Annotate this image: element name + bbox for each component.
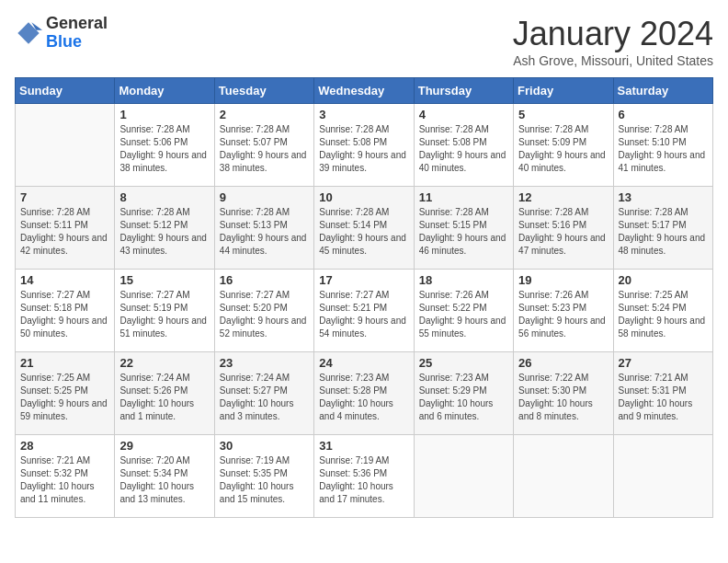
calendar-cell: 10Sunrise: 7:28 AMSunset: 5:14 PMDayligh… bbox=[314, 187, 414, 270]
weekday-header-tuesday: Tuesday bbox=[214, 78, 313, 104]
day-number: 21 bbox=[20, 356, 109, 370]
day-info: Sunrise: 7:28 AMSunset: 5:06 PMDaylight:… bbox=[119, 123, 209, 175]
calendar-cell: 30Sunrise: 7:19 AMSunset: 5:35 PMDayligh… bbox=[214, 435, 313, 518]
day-info: Sunrise: 7:21 AMSunset: 5:31 PMDaylight:… bbox=[619, 372, 708, 423]
logo: General Blue bbox=[15, 15, 108, 52]
day-number: 7 bbox=[20, 190, 109, 204]
logo-text: General Blue bbox=[46, 15, 108, 52]
weekday-header-sunday: Sunday bbox=[16, 78, 115, 104]
page-header: General Blue January 2024 Ash Grove, Mis… bbox=[15, 15, 713, 68]
calendar-cell: 2Sunrise: 7:28 AMSunset: 5:07 PMDaylight… bbox=[214, 104, 313, 187]
week-row-5: 28Sunrise: 7:21 AMSunset: 5:32 PMDayligh… bbox=[16, 435, 713, 518]
day-number: 18 bbox=[419, 273, 508, 287]
day-info: Sunrise: 7:23 AMSunset: 5:29 PMDaylight:… bbox=[419, 372, 508, 423]
day-number: 14 bbox=[20, 273, 109, 287]
day-info: Sunrise: 7:28 AMSunset: 5:08 PMDaylight:… bbox=[419, 123, 508, 175]
day-info: Sunrise: 7:25 AMSunset: 5:24 PMDaylight:… bbox=[619, 289, 708, 340]
logo-icon bbox=[15, 19, 42, 47]
calendar-cell: 5Sunrise: 7:28 AMSunset: 5:09 PMDaylight… bbox=[514, 104, 613, 187]
week-row-1: 1Sunrise: 7:28 AMSunset: 5:06 PMDaylight… bbox=[16, 104, 713, 187]
day-info: Sunrise: 7:27 AMSunset: 5:20 PMDaylight:… bbox=[220, 289, 309, 340]
calendar-cell: 18Sunrise: 7:26 AMSunset: 5:22 PMDayligh… bbox=[414, 270, 513, 352]
day-info: Sunrise: 7:26 AMSunset: 5:23 PMDaylight:… bbox=[518, 289, 608, 340]
day-number: 19 bbox=[518, 273, 608, 287]
day-number: 6 bbox=[619, 108, 708, 121]
day-number: 17 bbox=[319, 273, 408, 287]
day-info: Sunrise: 7:28 AMSunset: 5:15 PMDaylight:… bbox=[419, 206, 508, 258]
calendar-cell: 8Sunrise: 7:28 AMSunset: 5:12 PMDaylight… bbox=[115, 187, 214, 270]
day-number: 13 bbox=[619, 190, 708, 204]
calendar-cell: 23Sunrise: 7:24 AMSunset: 5:27 PMDayligh… bbox=[214, 352, 313, 435]
calendar-cell: 3Sunrise: 7:28 AMSunset: 5:08 PMDaylight… bbox=[314, 104, 414, 187]
day-info: Sunrise: 7:25 AMSunset: 5:25 PMDaylight:… bbox=[20, 372, 109, 423]
calendar-cell: 14Sunrise: 7:27 AMSunset: 5:18 PMDayligh… bbox=[16, 270, 115, 352]
day-info: Sunrise: 7:27 AMSunset: 5:21 PMDaylight:… bbox=[319, 289, 408, 340]
calendar-cell: 29Sunrise: 7:20 AMSunset: 5:34 PMDayligh… bbox=[115, 435, 214, 518]
calendar-cell: 22Sunrise: 7:24 AMSunset: 5:26 PMDayligh… bbox=[115, 352, 214, 435]
day-info: Sunrise: 7:22 AMSunset: 5:30 PMDaylight:… bbox=[518, 372, 608, 423]
day-info: Sunrise: 7:28 AMSunset: 5:14 PMDaylight:… bbox=[319, 206, 408, 258]
week-row-3: 14Sunrise: 7:27 AMSunset: 5:18 PMDayligh… bbox=[16, 270, 713, 352]
calendar-cell: 1Sunrise: 7:28 AMSunset: 5:06 PMDaylight… bbox=[115, 104, 214, 187]
day-info: Sunrise: 7:28 AMSunset: 5:10 PMDaylight:… bbox=[619, 123, 708, 175]
calendar-cell: 25Sunrise: 7:23 AMSunset: 5:29 PMDayligh… bbox=[414, 352, 513, 435]
day-info: Sunrise: 7:28 AMSunset: 5:16 PMDaylight:… bbox=[518, 206, 608, 258]
day-info: Sunrise: 7:28 AMSunset: 5:17 PMDaylight:… bbox=[619, 206, 708, 258]
calendar-cell: 24Sunrise: 7:23 AMSunset: 5:28 PMDayligh… bbox=[314, 352, 414, 435]
day-number: 29 bbox=[119, 439, 209, 453]
day-info: Sunrise: 7:28 AMSunset: 5:11 PMDaylight:… bbox=[20, 206, 109, 258]
calendar-cell: 21Sunrise: 7:25 AMSunset: 5:25 PMDayligh… bbox=[16, 352, 115, 435]
calendar-cell: 27Sunrise: 7:21 AMSunset: 5:31 PMDayligh… bbox=[613, 352, 712, 435]
day-info: Sunrise: 7:19 AMSunset: 5:36 PMDaylight:… bbox=[319, 454, 408, 506]
day-number: 16 bbox=[220, 273, 309, 287]
calendar-cell bbox=[16, 104, 115, 187]
week-row-4: 21Sunrise: 7:25 AMSunset: 5:25 PMDayligh… bbox=[16, 352, 713, 435]
day-number: 11 bbox=[419, 190, 508, 204]
calendar-cell: 6Sunrise: 7:28 AMSunset: 5:10 PMDaylight… bbox=[613, 104, 712, 187]
calendar-cell: 13Sunrise: 7:28 AMSunset: 5:17 PMDayligh… bbox=[613, 187, 712, 270]
day-number: 28 bbox=[20, 439, 109, 453]
calendar-cell: 26Sunrise: 7:22 AMSunset: 5:30 PMDayligh… bbox=[514, 352, 613, 435]
day-info: Sunrise: 7:28 AMSunset: 5:13 PMDaylight:… bbox=[220, 206, 309, 258]
day-number: 15 bbox=[119, 273, 209, 287]
day-number: 26 bbox=[518, 356, 608, 370]
day-info: Sunrise: 7:20 AMSunset: 5:34 PMDaylight:… bbox=[119, 454, 209, 506]
calendar-cell: 20Sunrise: 7:25 AMSunset: 5:24 PMDayligh… bbox=[613, 270, 712, 352]
title-block: January 2024 Ash Grove, Missouri, United… bbox=[513, 15, 713, 68]
day-info: Sunrise: 7:28 AMSunset: 5:09 PMDaylight:… bbox=[518, 123, 608, 175]
day-info: Sunrise: 7:26 AMSunset: 5:22 PMDaylight:… bbox=[419, 289, 508, 340]
day-number: 24 bbox=[319, 356, 408, 370]
day-info: Sunrise: 7:19 AMSunset: 5:35 PMDaylight:… bbox=[220, 454, 309, 506]
day-number: 30 bbox=[220, 439, 309, 453]
calendar-cell bbox=[514, 435, 613, 518]
calendar-cell: 28Sunrise: 7:21 AMSunset: 5:32 PMDayligh… bbox=[16, 435, 115, 518]
day-info: Sunrise: 7:27 AMSunset: 5:19 PMDaylight:… bbox=[119, 289, 209, 340]
day-info: Sunrise: 7:28 AMSunset: 5:12 PMDaylight:… bbox=[119, 206, 209, 258]
weekday-header-wednesday: Wednesday bbox=[314, 78, 414, 104]
day-number: 12 bbox=[518, 190, 608, 204]
day-info: Sunrise: 7:28 AMSunset: 5:07 PMDaylight:… bbox=[220, 123, 309, 175]
weekday-header-thursday: Thursday bbox=[414, 78, 513, 104]
week-row-2: 7Sunrise: 7:28 AMSunset: 5:11 PMDaylight… bbox=[16, 187, 713, 270]
day-number: 4 bbox=[419, 108, 508, 121]
day-number: 10 bbox=[319, 190, 408, 204]
weekday-header-row: SundayMondayTuesdayWednesdayThursdayFrid… bbox=[16, 78, 713, 104]
day-number: 5 bbox=[518, 108, 608, 121]
calendar-cell: 4Sunrise: 7:28 AMSunset: 5:08 PMDaylight… bbox=[414, 104, 513, 187]
calendar-cell bbox=[414, 435, 513, 518]
calendar-cell bbox=[613, 435, 712, 518]
calendar-cell: 31Sunrise: 7:19 AMSunset: 5:36 PMDayligh… bbox=[314, 435, 414, 518]
day-number: 8 bbox=[119, 190, 209, 204]
day-info: Sunrise: 7:24 AMSunset: 5:27 PMDaylight:… bbox=[220, 372, 309, 423]
day-number: 2 bbox=[220, 108, 309, 121]
day-number: 27 bbox=[619, 356, 708, 370]
month-title: January 2024 bbox=[513, 15, 713, 53]
calendar-cell: 7Sunrise: 7:28 AMSunset: 5:11 PMDaylight… bbox=[16, 187, 115, 270]
calendar-cell: 16Sunrise: 7:27 AMSunset: 5:20 PMDayligh… bbox=[214, 270, 313, 352]
day-info: Sunrise: 7:27 AMSunset: 5:18 PMDaylight:… bbox=[20, 289, 109, 340]
day-info: Sunrise: 7:24 AMSunset: 5:26 PMDaylight:… bbox=[119, 372, 209, 423]
calendar-cell: 15Sunrise: 7:27 AMSunset: 5:19 PMDayligh… bbox=[115, 270, 214, 352]
day-info: Sunrise: 7:23 AMSunset: 5:28 PMDaylight:… bbox=[319, 372, 408, 423]
location: Ash Grove, Missouri, United States bbox=[513, 53, 713, 68]
weekday-header-saturday: Saturday bbox=[613, 78, 712, 104]
